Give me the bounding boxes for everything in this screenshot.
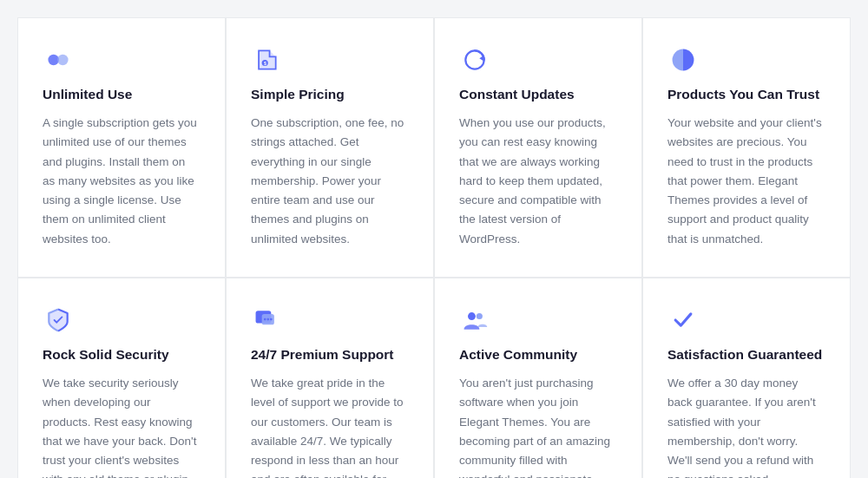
updates-icon (459, 44, 490, 75)
feature-card-unlimited-use: Unlimited Use A single subscription gets… (17, 17, 226, 278)
svg-marker-5 (479, 56, 483, 62)
feature-card-products-trust: Products You Can Trust Your website and … (642, 17, 851, 278)
pricing-icon: $ (251, 44, 282, 75)
feature-description: We take security seriously when developi… (43, 374, 201, 478)
feature-card-247-support: 24/7 Premium Support We take great pride… (226, 278, 434, 478)
svg-text:$: $ (264, 61, 266, 66)
feature-card-rock-solid-security: Rock Solid Security We take security ser… (17, 278, 226, 478)
unlimited-icon (43, 44, 74, 75)
feature-title: Products You Can Trust (667, 86, 825, 103)
trust-icon (667, 44, 699, 75)
feature-title: 24/7 Premium Support (251, 346, 409, 363)
feature-description: A single subscription gets you unlimited… (43, 114, 201, 249)
satisfaction-icon (667, 304, 699, 336)
feature-description: You aren't just purchasing software when… (459, 374, 617, 478)
feature-title: Satisfaction Guaranteed (667, 346, 825, 363)
feature-description: We take great pride in the level of supp… (251, 374, 409, 478)
svg-point-10 (270, 318, 273, 321)
svg-point-0 (48, 55, 58, 65)
feature-description: One subscription, one fee, no strings at… (251, 114, 409, 249)
features-grid: Unlimited Use A single subscription gets… (17, 17, 851, 478)
svg-point-11 (468, 312, 476, 320)
feature-title: Rock Solid Security (43, 346, 201, 363)
support-icon (251, 304, 282, 336)
feature-card-constant-updates: Constant Updates When you use our produc… (434, 17, 642, 278)
feature-description: Your website and your client's websites … (667, 114, 825, 249)
svg-point-9 (266, 318, 269, 321)
feature-card-active-community: Active Community You aren't just purchas… (434, 278, 642, 478)
feature-title: Simple Pricing (251, 86, 409, 103)
feature-card-simple-pricing: $ Simple Pricing One subscription, one f… (226, 17, 434, 278)
svg-point-8 (264, 318, 266, 321)
feature-card-satisfaction-guaranteed: Satisfaction Guaranteed We offer a 30 da… (642, 278, 851, 478)
security-icon (43, 304, 74, 336)
feature-title: Active Community (459, 346, 617, 363)
feature-description: We offer a 30 day money back guarantee. … (667, 374, 825, 478)
svg-point-12 (477, 313, 483, 319)
feature-title: Unlimited Use (43, 86, 201, 103)
svg-point-1 (57, 55, 68, 65)
feature-title: Constant Updates (459, 86, 617, 103)
community-icon (459, 304, 490, 336)
feature-description: When you use our products, you can rest … (459, 114, 617, 249)
